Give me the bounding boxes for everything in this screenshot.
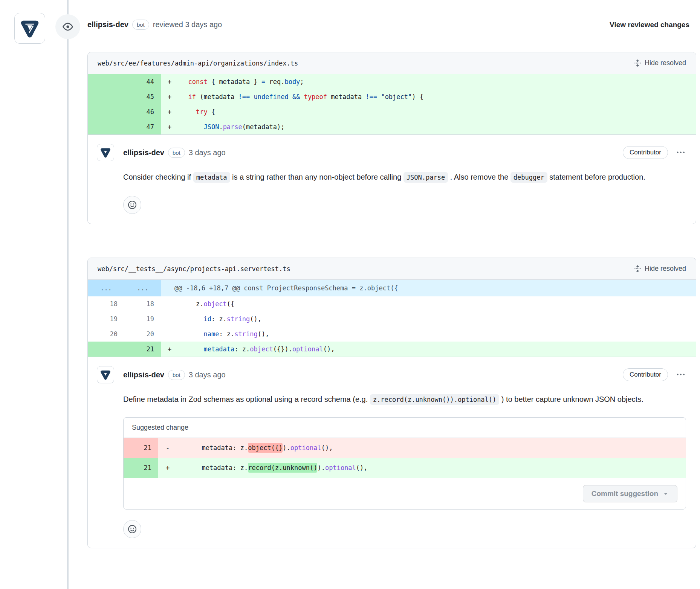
comment-timestamp[interactable]: 3 days ago xyxy=(189,148,226,157)
diff-marker xyxy=(161,311,180,327)
code-token: : z. xyxy=(219,330,234,338)
old-line-number xyxy=(88,74,124,89)
comment-text: is a string rather than any non-object b… xyxy=(230,173,403,181)
code-token: body xyxy=(284,78,300,85)
comment-text: statement before production. xyxy=(547,173,645,181)
hide-resolved-button[interactable]: Hide resolved xyxy=(634,265,686,273)
code-token: object xyxy=(203,300,226,308)
code-token: (), xyxy=(356,464,368,472)
code-token: (), xyxy=(250,315,261,323)
diff-marker xyxy=(161,327,180,342)
eye-icon xyxy=(63,21,73,32)
hunk-header-text: @@ -18,6 +18,7 @@ const ProjectResponseS… xyxy=(161,280,398,296)
code-token: try xyxy=(196,108,208,116)
code-line: const { metadata } = req.body; xyxy=(180,74,696,89)
file-path-link[interactable]: web/src/ee/features/admin-api/organizati… xyxy=(98,60,298,67)
suggested-change-block: Suggested change 21 - metadata: z.object… xyxy=(123,417,686,510)
kebab-icon xyxy=(677,371,685,378)
reviewer-name[interactable]: ellipsis-dev xyxy=(87,20,128,29)
diff-line: 21 + metadata: z.object({}).optional(), xyxy=(88,342,696,357)
code-token: ({ xyxy=(227,300,234,308)
diff-line: 47 + JSON.parse(metadata); xyxy=(88,119,696,134)
code-token: JSON xyxy=(203,123,219,131)
hide-resolved-label: Hide resolved xyxy=(645,59,686,67)
code-line: id: z.string(), xyxy=(180,311,696,327)
comment-menu-button[interactable] xyxy=(676,147,686,158)
new-line-number: 21 xyxy=(124,342,161,357)
code-token xyxy=(289,93,292,101)
code-line: metadata: z.object({}).optional(), xyxy=(179,438,686,458)
code-token: (), xyxy=(321,444,333,452)
code-token xyxy=(250,93,254,101)
code-token: string xyxy=(234,330,257,338)
line-number: 21 xyxy=(124,458,158,478)
diff-marker: + xyxy=(161,104,180,119)
code-token: metadata: z. xyxy=(179,444,248,452)
code-token: "object" xyxy=(381,93,412,101)
code-token: string xyxy=(227,315,250,323)
review-comment: ellipsis-dev bot 3 days ago Contributor … xyxy=(88,135,696,224)
reviewer-avatar[interactable] xyxy=(14,13,45,44)
file-path-link[interactable]: web/src/__tests__/async/projects-api.ser… xyxy=(98,265,290,273)
diff-line: 45 + if (metadata !== undefined && typeo… xyxy=(88,89,696,104)
diff-line: 19 19 id: z.string(), xyxy=(88,311,696,327)
add-reaction-button[interactable] xyxy=(123,196,141,214)
comment-text: . Also remove the xyxy=(448,173,510,181)
comment-timestamp[interactable]: 3 days ago xyxy=(189,371,226,379)
diff-marker xyxy=(161,296,180,311)
suggestion-addition-line: 21 + metadata: z.record(z.unknown()).opt… xyxy=(124,458,686,478)
code-token: undefined xyxy=(254,93,289,101)
contributor-badge: Contributor xyxy=(623,146,668,159)
code-token: = xyxy=(261,78,265,85)
code-token: !== xyxy=(238,93,250,101)
inline-code: debugger xyxy=(510,172,547,183)
code-line: try { xyxy=(180,104,696,119)
old-line-number xyxy=(88,104,124,119)
new-line-number: 20 xyxy=(124,327,161,342)
comment-text: ) to better capture unknown JSON objects… xyxy=(499,395,643,403)
comment-author[interactable]: ellipsis-dev xyxy=(123,371,164,379)
bot-badge: bot xyxy=(168,370,185,380)
inline-code: metadata xyxy=(193,172,230,183)
file-header: web/src/ee/features/admin-api/organizati… xyxy=(88,52,696,74)
comment-body: Consider checking if metadata is a strin… xyxy=(123,169,686,185)
comment-avatar[interactable] xyxy=(97,144,114,161)
commit-suggestion-button[interactable]: Commit suggestion xyxy=(583,485,677,502)
code-token: ; xyxy=(300,78,304,85)
code-token: if xyxy=(188,93,196,101)
new-line-number: 18 xyxy=(124,296,161,311)
review-thread-card-1: web/src/ee/features/admin-api/organizati… xyxy=(87,52,696,224)
code-token: { metadata } xyxy=(208,78,261,85)
code-token: : z. xyxy=(211,315,227,323)
code-token: optional xyxy=(325,464,356,472)
comment-text: Consider checking if xyxy=(123,173,193,181)
code-token: const xyxy=(188,78,207,85)
add-reaction-button[interactable] xyxy=(123,520,141,538)
fold-icon xyxy=(634,60,641,67)
caret-down-icon xyxy=(663,491,669,497)
diff-line: 20 20 name: z.string(), xyxy=(88,327,696,342)
hunk-gutter-dots[interactable]: ... xyxy=(88,280,124,296)
code-token: (metadata xyxy=(196,93,238,101)
code-token: && xyxy=(292,93,300,101)
old-line-number: 20 xyxy=(88,327,124,342)
comment-menu-button[interactable] xyxy=(676,369,686,380)
comment-author[interactable]: ellipsis-dev xyxy=(123,148,164,157)
review-event-badge xyxy=(55,14,80,39)
code-token: ). xyxy=(317,464,325,472)
code-token: ). xyxy=(283,444,290,452)
commit-suggestion-label: Commit suggestion xyxy=(591,490,658,498)
comment-avatar[interactable] xyxy=(97,366,114,383)
code-token: optional xyxy=(292,345,323,353)
code-token: metadata: z. xyxy=(179,464,248,472)
review-thread-card-2: web/src/__tests__/async/projects-api.ser… xyxy=(87,258,696,548)
view-reviewed-changes-link[interactable]: View reviewed changes xyxy=(610,21,689,29)
hide-resolved-button[interactable]: Hide resolved xyxy=(634,59,686,67)
code-token: : z. xyxy=(234,345,250,353)
code-token: metadata xyxy=(327,93,365,101)
hunk-gutter-dots[interactable]: ... xyxy=(124,280,161,296)
code-token: object xyxy=(250,345,273,353)
code-token-removed: object({} xyxy=(248,443,283,453)
code-token: !== xyxy=(365,93,377,101)
kebab-icon xyxy=(677,149,685,156)
